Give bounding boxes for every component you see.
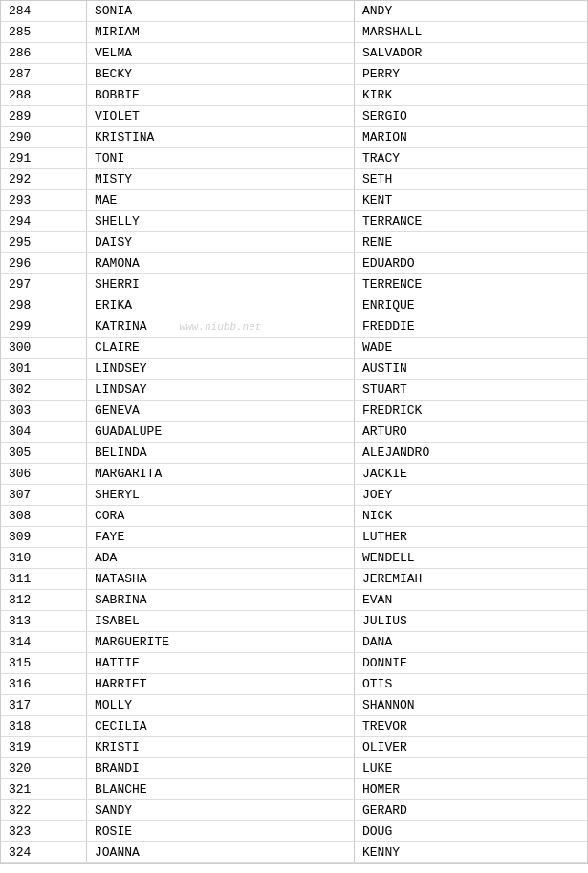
last-name: LUKE [355,758,587,778]
first-name: BOBBIE [87,85,355,105]
last-name: GERARD [355,800,587,820]
row-number: 301 [1,359,87,379]
row-number: 308 [1,506,87,526]
row-number: 319 [1,737,87,757]
last-name: SERGIO [355,106,587,126]
last-name: SHANNON [355,695,587,715]
row-number: 317 [1,695,87,715]
first-name: MOLLY [87,695,355,715]
first-name: HARRIET [87,674,355,694]
row-number: 298 [1,295,87,316]
table-row: 287BECKYPERRY [1,64,587,85]
first-name: MARGUERITE [87,632,355,652]
row-number: 295 [1,232,87,252]
last-name: FREDDIE [355,316,587,337]
table-row: 298ERIKAENRIQUE [1,295,587,316]
table-row: 294SHELLYTERRANCE [1,211,587,232]
table-row: 299KATRINAwww.niubb.netFREDDIE [1,316,587,338]
first-name: BRANDI [87,758,355,778]
table-row: 309FAYELUTHER [1,527,587,548]
last-name: HOMER [355,779,587,799]
first-name: ERIKA [87,295,355,316]
table-row: 315HATTIEDONNIE [1,653,587,674]
last-name: TERRANCE [355,211,587,231]
row-number: 287 [1,64,87,84]
row-number: 320 [1,758,87,778]
table-row: 290KRISTINAMARION [1,127,587,148]
last-name: JULIUS [355,611,587,631]
last-name: EDUARDO [355,253,587,273]
row-number: 286 [1,43,87,63]
table-row: 303GENEVAFREDRICK [1,401,587,422]
row-number: 324 [1,842,87,862]
table-row: 288BOBBIEKIRK [1,85,587,106]
row-number: 296 [1,253,87,273]
table-row: 291TONITRACY [1,148,587,169]
row-number: 311 [1,569,87,589]
row-number: 292 [1,169,87,189]
table-row: 302LINDSAYSTUART [1,380,587,401]
table-row: 292MISTYSETH [1,169,587,190]
first-name: CLAIRE [87,338,355,358]
table-row: 284SONIAANDY [1,1,587,22]
row-number: 302 [1,380,87,400]
last-name: RENE [355,232,587,252]
last-name: ENRIQUE [355,295,587,316]
first-name: KRISTINA [87,127,355,147]
table-row: 307SHERYLJOEY [1,485,587,506]
table-row: 305BELINDAALEJANDRO [1,443,587,464]
first-name: GENEVA [87,401,355,421]
first-name: CORA [87,506,355,526]
first-name: HATTIE [87,653,355,673]
names-table: 284SONIAANDY285MIRIAMMARSHALL286VELMASAL… [0,0,588,864]
table-row: 321BLANCHEHOMER [1,779,587,800]
first-name: SABRINA [87,590,355,610]
table-row: 310ADAWENDELL [1,548,587,569]
first-name: ROSIE [87,821,355,841]
first-name: RAMONA [87,253,355,273]
row-number: 310 [1,548,87,568]
first-name: VIOLET [87,106,355,126]
last-name: NICK [355,506,587,526]
row-number: 306 [1,464,87,484]
table-row: 293MAEKENT [1,190,587,211]
table-row: 300CLAIREWADE [1,338,587,359]
table-row: 285MIRIAMMARSHALL [1,22,587,43]
row-number: 315 [1,653,87,673]
last-name: ARTURO [355,422,587,442]
last-name: MARION [355,127,587,147]
last-name: MARSHALL [355,22,587,42]
last-name: SETH [355,169,587,189]
row-number: 323 [1,821,87,841]
first-name: CECILIA [87,716,355,736]
table-row: 286VELMASALVADOR [1,43,587,64]
row-number: 289 [1,106,87,126]
last-name: WENDELL [355,548,587,568]
first-name: GUADALUPE [87,422,355,442]
row-number: 294 [1,211,87,231]
row-number: 318 [1,716,87,736]
table-row: 311NATASHAJEREMIAH [1,569,587,590]
table-row: 318CECILIATREVOR [1,716,587,737]
first-name: BECKY [87,64,355,84]
first-name: VELMA [87,43,355,63]
table-row: 316HARRIETOTIS [1,674,587,695]
last-name: TERRENCE [355,274,587,295]
last-name: KENT [355,190,587,210]
table-row: 296RAMONAEDUARDO [1,253,587,274]
row-number: 307 [1,485,87,505]
row-number: 293 [1,190,87,210]
row-number: 285 [1,22,87,42]
last-name: AUSTIN [355,359,587,379]
last-name: DANA [355,632,587,652]
table-row: 306MARGARITAJACKIE [1,464,587,485]
row-number: 314 [1,632,87,652]
last-name: KIRK [355,85,587,105]
row-number: 313 [1,611,87,631]
first-name: MIRIAM [87,22,355,42]
row-number: 297 [1,274,87,295]
last-name: FREDRICK [355,401,587,421]
row-number: 322 [1,800,87,820]
table-row: 324JOANNAKENNY [1,842,587,863]
last-name: JEREMIAH [355,569,587,589]
